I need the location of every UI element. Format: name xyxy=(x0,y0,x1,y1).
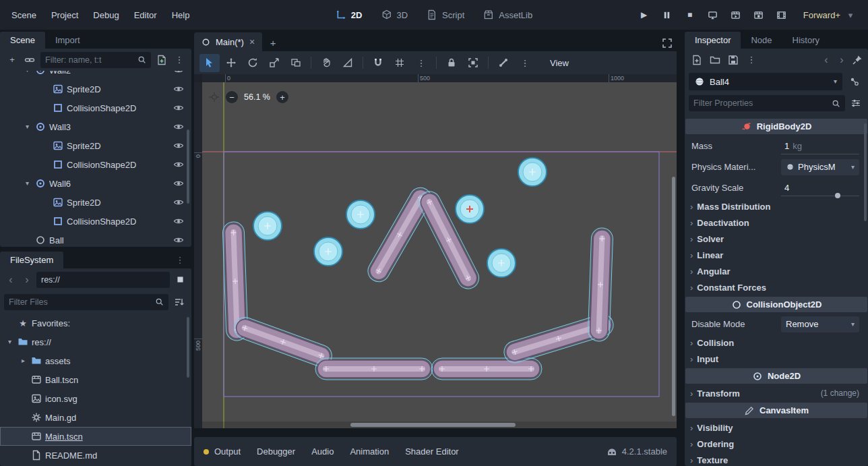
v-scroll-thumb[interactable] xyxy=(672,177,675,416)
group-linear[interactable]: ›Linear xyxy=(685,247,868,263)
group-solver[interactable]: ›Solver xyxy=(685,231,868,247)
group-collision[interactable]: ›Collision xyxy=(685,334,868,351)
zoom-in-button[interactable]: + xyxy=(276,91,288,103)
select-tool-button[interactable] xyxy=(199,54,220,72)
file-favorites[interactable]: ★Favorites: xyxy=(0,314,191,332)
visibility-toggle-button[interactable] xyxy=(170,137,187,154)
bone-tool-button[interactable] xyxy=(493,54,514,72)
expand-icon[interactable] xyxy=(662,38,673,49)
arrow-down-icon[interactable]: ▾ xyxy=(23,71,32,74)
scale-tool-button[interactable] xyxy=(264,54,284,72)
menu-editor[interactable]: Editor xyxy=(127,7,164,24)
group-ordering[interactable]: ›Ordering xyxy=(685,436,868,452)
disable-mode-editor[interactable]: Remove▾ xyxy=(781,316,859,332)
group-deactivation[interactable]: ›Deactivation xyxy=(685,214,868,231)
node-options-button[interactable] xyxy=(845,73,864,90)
slider-grabber[interactable] xyxy=(835,193,840,198)
snap-options-tool-button[interactable]: ⋮ xyxy=(411,54,431,72)
close-icon[interactable]: × xyxy=(249,37,255,47)
play-scene-button[interactable] xyxy=(726,6,745,24)
visibility-toggle-button[interactable] xyxy=(170,71,187,79)
group-texture[interactable]: ›Texture xyxy=(685,452,868,466)
visibility-toggle-button[interactable] xyxy=(170,156,187,173)
workspace-2d[interactable]: 2D xyxy=(328,6,371,24)
forward-button[interactable]: › xyxy=(834,51,849,69)
scene-node-collisionshape2d[interactable]: CollisionShape2D xyxy=(0,212,191,231)
mass-editor[interactable]: 1kg xyxy=(781,138,859,154)
ball-node-selected[interactable] xyxy=(456,195,484,223)
ball-node[interactable] xyxy=(518,158,547,186)
zoom-level[interactable]: 56.1 % xyxy=(244,92,270,102)
bone-options-tool-button[interactable]: ⋮ xyxy=(515,54,535,72)
workspace-script[interactable]: Script xyxy=(418,6,472,24)
bottom-tab-shader-editor[interactable]: Shader Editor xyxy=(405,446,459,457)
rotate-tool-button[interactable] xyxy=(243,54,263,72)
file-readme-md[interactable]: README.md xyxy=(0,446,191,465)
menu-debug[interactable]: Debug xyxy=(86,7,126,24)
bottom-tab-debugger[interactable]: Debugger xyxy=(257,446,295,457)
grid-snap-tool-button[interactable] xyxy=(390,54,410,72)
zoom-out-button[interactable]: − xyxy=(226,91,238,103)
scene-node-collisionshape2d[interactable]: CollisionShape2D xyxy=(0,155,191,174)
save-resource-button[interactable] xyxy=(724,51,742,69)
arrow-down-icon[interactable]: ▾ xyxy=(5,339,14,345)
ball-node[interactable] xyxy=(253,212,282,240)
tab-scene[interactable]: Scene xyxy=(0,32,45,49)
file-icon-svg[interactable]: icon.svg xyxy=(0,389,191,408)
tab-import[interactable]: Import xyxy=(45,32,90,49)
physics-materi-editor[interactable]: PhysicsM▾ xyxy=(781,159,859,175)
sort-files-button[interactable] xyxy=(171,293,187,311)
tab-main-scene[interactable]: Main(*) × xyxy=(194,32,262,51)
menu-scene[interactable]: Scene xyxy=(4,7,44,24)
visibility-toggle-button[interactable] xyxy=(170,231,187,247)
stop-button[interactable]: ■ xyxy=(681,6,700,24)
bottom-tab-animation[interactable]: Animation xyxy=(350,446,389,457)
property-tools-button[interactable] xyxy=(848,94,864,112)
visibility-toggle-button[interactable] xyxy=(170,212,187,230)
ball-node[interactable] xyxy=(314,237,342,266)
inspector-filter-input[interactable] xyxy=(693,98,829,108)
h-scroll-thumb[interactable] xyxy=(350,423,516,427)
workspace-3d[interactable]: 3D xyxy=(373,6,416,24)
group-input[interactable]: ›Input xyxy=(685,351,868,367)
workspace-assetlib[interactable]: AssetLib xyxy=(475,6,540,24)
group-tool-button[interactable] xyxy=(463,54,483,72)
group-mass-distribution[interactable]: ›Mass Distribution xyxy=(685,198,868,214)
scene-node-wall6[interactable]: ▾Wall6 xyxy=(0,174,191,193)
tab-history[interactable]: History xyxy=(782,32,830,49)
attach-script-button[interactable] xyxy=(154,51,170,69)
filesystem-filter-input[interactable] xyxy=(9,297,152,307)
play-custom-scene-button[interactable] xyxy=(749,6,768,24)
path-input[interactable] xyxy=(41,275,165,285)
nav-back-button[interactable]: ‹ xyxy=(4,271,18,289)
back-button[interactable]: ‹ xyxy=(819,51,834,69)
vertical-scrollbar[interactable] xyxy=(671,82,677,421)
select-list-tool-button[interactable] xyxy=(286,54,306,72)
view-menu[interactable]: View xyxy=(543,55,576,71)
instance-scene-button[interactable] xyxy=(22,51,38,69)
renderer-dropdown[interactable]: Forward+ ▾ xyxy=(799,7,860,23)
menu-project[interactable]: Project xyxy=(44,7,86,24)
pause-button[interactable] xyxy=(658,6,677,24)
ruler-tool-button[interactable] xyxy=(338,54,358,72)
scene-node-sprite2d[interactable]: Sprite2D xyxy=(0,136,191,155)
ball-node[interactable] xyxy=(346,200,375,229)
bottom-tab-audio[interactable]: Audio xyxy=(311,446,334,457)
scene-tree-scrollbar[interactable] xyxy=(187,129,189,204)
load-resource-button[interactable] xyxy=(706,51,724,69)
lock-tool-button[interactable] xyxy=(441,54,462,72)
wall-node[interactable] xyxy=(588,227,613,341)
gravity-scale-editor[interactable]: 4 xyxy=(781,180,859,196)
add-node-button[interactable]: + xyxy=(4,51,20,69)
more-button[interactable]: ⋮ xyxy=(743,51,760,69)
visibility-toggle-button[interactable] xyxy=(170,80,187,98)
more-button[interactable]: ⋮ xyxy=(171,51,187,69)
remote-debug-button[interactable] xyxy=(704,6,722,24)
arrow-down-icon[interactable]: ▾ xyxy=(23,180,32,187)
scene-canvas[interactable]: − 56.1 % + xyxy=(202,82,677,428)
visibility-toggle-button[interactable] xyxy=(170,194,187,211)
file-ball-tscn[interactable]: Ball.tscn xyxy=(0,370,191,389)
wall-node[interactable] xyxy=(315,358,433,380)
file-assets[interactable]: ▸assets xyxy=(0,351,191,370)
group-constant-forces[interactable]: ›Constant Forces xyxy=(685,279,868,295)
